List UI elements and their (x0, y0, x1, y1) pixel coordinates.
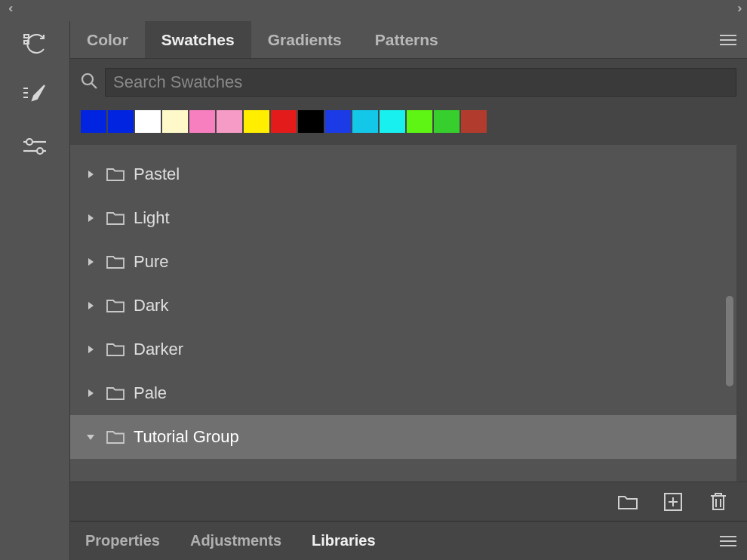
swatch-group[interactable]: Pale (70, 371, 736, 415)
swatch-group[interactable]: Tutorial Group (70, 415, 736, 459)
folder-icon (106, 211, 124, 226)
search-input[interactable] (105, 68, 736, 97)
swatch[interactable] (352, 110, 378, 133)
tab-patterns[interactable]: Patterns (358, 21, 455, 58)
chevron-right-icon[interactable] (84, 388, 97, 398)
swatch[interactable] (81, 110, 106, 133)
swatch-group[interactable]: Dark (70, 284, 736, 328)
folder-icon (106, 167, 124, 182)
folder-icon (106, 298, 124, 313)
swatch[interactable] (380, 110, 405, 133)
swatch[interactable] (162, 110, 188, 133)
group-label: Pastel (134, 165, 180, 184)
swatch[interactable] (325, 110, 351, 133)
dock-sidebar (0, 21, 70, 560)
swatch[interactable] (461, 110, 487, 133)
swatch[interactable] (189, 110, 215, 133)
recent-swatches-strip (81, 106, 736, 137)
swatch-group[interactable]: Pure (70, 240, 736, 284)
group-label: Dark (134, 296, 168, 315)
folder-icon (106, 429, 124, 445)
tab-adjustments[interactable]: Adjustments (175, 522, 297, 560)
svg-rect-0 (24, 35, 29, 38)
swatch[interactable] (244, 110, 269, 133)
group-label: Pure (134, 252, 168, 272)
group-label: Tutorial Group (134, 427, 239, 447)
tab-gradients[interactable]: Gradients (251, 21, 358, 58)
svg-point-12 (82, 74, 93, 85)
chevron-right-icon[interactable] (84, 300, 97, 311)
swatch[interactable] (217, 110, 242, 133)
brushes-panel-icon[interactable] (20, 80, 50, 110)
swatch-group[interactable]: Light (70, 196, 736, 240)
chevron-right-icon[interactable] (84, 213, 97, 223)
tab-libraries[interactable]: Libraries (297, 522, 390, 560)
swatch[interactable] (135, 110, 161, 133)
svg-point-8 (37, 148, 43, 154)
swatch[interactable] (271, 110, 297, 133)
swatch-groups-list: PastelLightPureDarkDarkerPaleTutorial Gr… (70, 145, 736, 482)
panel-menu-icon[interactable] (709, 21, 747, 58)
folder-icon (106, 386, 124, 401)
tab-color[interactable]: Color (70, 21, 145, 58)
chevron-right-icon[interactable] (84, 344, 97, 355)
footer-tabs: Properties Adjustments Libraries (70, 521, 747, 560)
chevron-down-icon[interactable] (84, 432, 97, 442)
footer-menu-icon[interactable] (709, 522, 747, 560)
history-panel-icon[interactable] (20, 29, 50, 59)
folder-icon (106, 342, 124, 357)
group-label: Pale (134, 383, 167, 403)
tab-swatches[interactable]: Swatches (145, 21, 251, 58)
swatch[interactable] (407, 110, 432, 133)
tab-properties[interactable]: Properties (70, 522, 175, 560)
adjustments-panel-icon[interactable] (20, 131, 50, 162)
chevron-right-icon[interactable] (84, 169, 97, 180)
swatch-group[interactable]: Pastel (70, 152, 736, 196)
svg-line-13 (91, 83, 97, 88)
svg-point-6 (26, 139, 32, 145)
delete-button[interactable] (705, 488, 732, 515)
folder-icon (106, 254, 124, 269)
search-icon (81, 72, 97, 92)
group-label: Darker (134, 340, 183, 359)
new-swatch-button[interactable] (659, 488, 687, 515)
new-group-button[interactable] (614, 488, 641, 515)
panel-footer (70, 482, 747, 521)
scrollbar-thumb[interactable] (726, 296, 733, 386)
swatch[interactable] (434, 110, 460, 133)
swatch[interactable] (298, 110, 324, 133)
group-label: Light (134, 208, 170, 228)
panel-tabs: Color Swatches Gradients Patterns (70, 21, 747, 59)
swatch-group[interactable]: Darker (70, 328, 736, 371)
swatch[interactable] (108, 110, 134, 133)
chevron-right-icon[interactable] (84, 257, 97, 267)
